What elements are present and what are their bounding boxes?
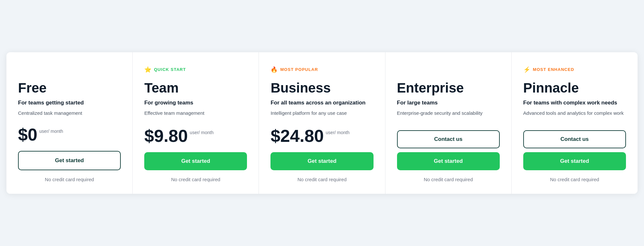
plan-card-business: 🔥Most PopularBusinessFor all teams acros…: [259, 52, 385, 194]
price-amount-free: $0: [18, 126, 37, 143]
buttons-section-free: Get startedNo credit card required: [18, 151, 121, 182]
plan-tagline-free: For teams getting started: [18, 99, 121, 106]
price-unit-business: user/ month: [326, 130, 350, 135]
badge-text-team: Quick Start: [154, 67, 186, 72]
get-started-button-free[interactable]: Get started: [18, 151, 121, 170]
get-started-button-pinnacle[interactable]: Get started: [523, 152, 626, 170]
plan-card-enterprise: EnterpriseFor large teamsEnterprise-grad…: [385, 52, 512, 194]
no-cc-text-pinnacle: No credit card required: [523, 177, 626, 182]
badge-row-business: 🔥Most Popular: [270, 65, 373, 74]
get-started-button-team[interactable]: Get started: [144, 152, 247, 170]
plan-name-pinnacle: Pinnacle: [523, 81, 626, 95]
no-cc-text-team: No credit card required: [144, 177, 247, 182]
get-started-button-business[interactable]: Get started: [270, 152, 373, 170]
plan-card-free: FreeFor teams getting startedCentralized…: [6, 52, 133, 194]
plan-tagline-enterprise: For large teams: [397, 99, 500, 106]
plan-desc-business: Intelligent platform for any use case: [270, 110, 373, 118]
no-cc-text-free: No credit card required: [18, 177, 121, 182]
badge-icon-business: 🔥: [270, 66, 278, 73]
price-amount-team: $9.80: [144, 127, 188, 144]
plan-name-team: Team: [144, 81, 247, 95]
get-started-button-enterprise[interactable]: Get started: [397, 152, 500, 170]
plan-desc-free: Centralized task management: [18, 110, 121, 117]
badge-icon-pinnacle: ⚡: [523, 66, 530, 73]
badge-text-business: Most Popular: [280, 67, 318, 72]
badge-row-team: ⭐Quick Start: [144, 65, 247, 74]
price-row-free: $0user/ month: [18, 126, 121, 143]
price-unit-team: user/ month: [190, 130, 213, 135]
buttons-section-business: Get startedNo credit card required: [270, 152, 373, 182]
contact-button-pinnacle[interactable]: Contact us: [523, 130, 626, 148]
plan-card-team: ⭐Quick StartTeamFor growing teamsEffecti…: [133, 52, 259, 194]
badge-icon-team: ⭐: [144, 66, 151, 73]
badge-text-pinnacle: Most Enhanced: [533, 67, 574, 72]
no-cc-text-enterprise: No credit card required: [397, 177, 500, 182]
contact-button-enterprise[interactable]: Contact us: [397, 130, 500, 148]
plan-tagline-business: For all teams across an organization: [270, 99, 373, 106]
buttons-section-enterprise: Contact usGet startedNo credit card requ…: [397, 130, 500, 182]
badge-row-enterprise: [397, 65, 500, 74]
plan-name-enterprise: Enterprise: [397, 81, 500, 95]
plan-tagline-team: For growing teams: [144, 99, 247, 106]
badge-row-free: [18, 65, 121, 74]
plan-card-pinnacle: ⚡Most EnhancedPinnacleFor teams with com…: [512, 52, 638, 194]
price-row-team: $9.80user/ month: [144, 127, 247, 144]
price-unit-free: user/ month: [39, 128, 63, 134]
buttons-section-pinnacle: Contact usGet startedNo credit card requ…: [523, 130, 626, 182]
price-row-business: $24.80user/ month: [270, 127, 373, 144]
plan-tagline-pinnacle: For teams with complex work needs: [523, 99, 626, 106]
plan-desc-pinnacle: Advanced tools and analytics for complex…: [523, 110, 626, 122]
no-cc-text-business: No credit card required: [270, 177, 373, 182]
buttons-section-team: Get startedNo credit card required: [144, 152, 247, 182]
plan-desc-team: Effective team management: [144, 110, 247, 118]
price-amount-business: $24.80: [270, 127, 324, 144]
plan-desc-enterprise: Enterprise-grade security and scalabilit…: [397, 110, 500, 122]
plan-name-business: Business: [270, 81, 373, 95]
plan-name-free: Free: [18, 81, 121, 95]
badge-row-pinnacle: ⚡Most Enhanced: [523, 65, 626, 74]
pricing-table: FreeFor teams getting startedCentralized…: [6, 52, 638, 194]
